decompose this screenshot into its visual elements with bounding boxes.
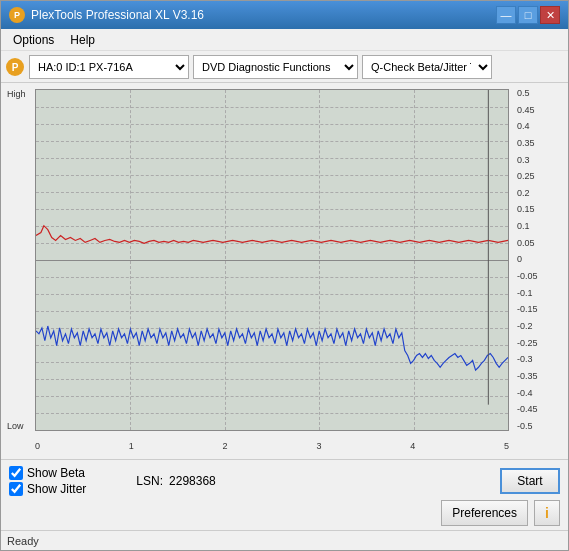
x-tick-0: 0 (35, 441, 40, 451)
y-tick-13: -0.15 (514, 305, 564, 314)
y-tick-18: -0.4 (514, 389, 564, 398)
drive-icon: P (5, 57, 25, 77)
y-tick-3: 0.35 (514, 139, 564, 148)
x-tick-2: 2 (223, 441, 228, 451)
menu-bar: Options Help (1, 29, 568, 51)
x-tick-4: 4 (410, 441, 415, 451)
y-tick-10: 0 (514, 255, 564, 264)
y-tick-17: -0.35 (514, 372, 564, 381)
close-button[interactable]: ✕ (540, 6, 560, 24)
chart-plot (35, 89, 509, 431)
x-tick-3: 3 (316, 441, 321, 451)
jitter-line (36, 326, 508, 370)
show-jitter-item: Show Jitter (9, 482, 86, 496)
function-selector[interactable]: DVD Diagnostic Functions (193, 55, 358, 79)
menu-help[interactable]: Help (62, 31, 103, 49)
buttons-row: Preferences i (9, 500, 560, 526)
start-button[interactable]: Start (500, 468, 560, 494)
preferences-button[interactable]: Preferences (441, 500, 528, 526)
x-axis: 0 1 2 3 4 5 (35, 441, 509, 451)
title-bar: P PlexTools Professional XL V3.16 — □ ✕ (1, 1, 568, 29)
show-jitter-label[interactable]: Show Jitter (27, 482, 86, 496)
y-tick-19: -0.45 (514, 405, 564, 414)
menu-options[interactable]: Options (5, 31, 62, 49)
y-tick-12: -0.1 (514, 289, 564, 298)
y-tick-8: 0.1 (514, 222, 564, 231)
info-button[interactable]: i (534, 500, 560, 526)
show-beta-checkbox[interactable] (9, 466, 23, 480)
y-tick-5: 0.25 (514, 172, 564, 181)
drive-selector[interactable]: HA:0 ID:1 PX-716A (29, 55, 189, 79)
title-bar-left: P PlexTools Professional XL V3.16 (9, 7, 204, 23)
app-icon: P (9, 7, 25, 23)
y-tick-1: 0.45 (514, 106, 564, 115)
y-tick-14: -0.2 (514, 322, 564, 331)
info-icon: i (545, 505, 549, 521)
chart-area: High Low (1, 83, 568, 459)
lsn-value: 2298368 (169, 474, 216, 488)
show-beta-item: Show Beta (9, 466, 86, 480)
show-beta-label[interactable]: Show Beta (27, 466, 85, 480)
y-tick-2: 0.4 (514, 122, 564, 131)
y-tick-11: -0.05 (514, 272, 564, 281)
grid-h-18 (36, 413, 508, 414)
test-selector[interactable]: Q-Check Beta/Jitter Test (362, 55, 492, 79)
status-text: Ready (7, 535, 39, 547)
title-controls: — □ ✕ (496, 6, 560, 24)
svg-text:P: P (12, 62, 19, 73)
chart-container: High Low (5, 85, 564, 459)
low-label: Low (7, 421, 24, 431)
show-jitter-checkbox[interactable] (9, 482, 23, 496)
y-tick-16: -0.3 (514, 355, 564, 364)
lsn-label: LSN: (136, 474, 163, 488)
toolbar: P HA:0 ID:1 PX-716A DVD Diagnostic Funct… (1, 51, 568, 83)
y-tick-6: 0.2 (514, 189, 564, 198)
minimize-button[interactable]: — (496, 6, 516, 24)
maximize-button[interactable]: □ (518, 6, 538, 24)
y-tick-7: 0.15 (514, 205, 564, 214)
status-bar: Ready (1, 530, 568, 550)
high-label: High (7, 89, 26, 99)
main-window: P PlexTools Professional XL V3.16 — □ ✕ … (0, 0, 569, 551)
y-tick-15: -0.25 (514, 339, 564, 348)
checkboxes: Show Beta Show Jitter (9, 466, 86, 496)
y-tick-0: 0.5 (514, 89, 564, 98)
y-tick-20: -0.5 (514, 422, 564, 431)
bottom-panel: Show Beta Show Jitter LSN: 2298368 Start… (1, 459, 568, 530)
y-tick-9: 0.05 (514, 239, 564, 248)
x-tick-1: 1 (129, 441, 134, 451)
beta-line (36, 226, 508, 244)
window-title: PlexTools Professional XL V3.16 (31, 8, 204, 22)
chart-svg (36, 90, 508, 405)
y-axis-right: 0.5 0.45 0.4 0.35 0.3 0.25 0.2 0.15 0.1 … (514, 89, 564, 431)
lsn-display: LSN: 2298368 (136, 474, 215, 488)
x-tick-5: 5 (504, 441, 509, 451)
y-tick-4: 0.3 (514, 156, 564, 165)
